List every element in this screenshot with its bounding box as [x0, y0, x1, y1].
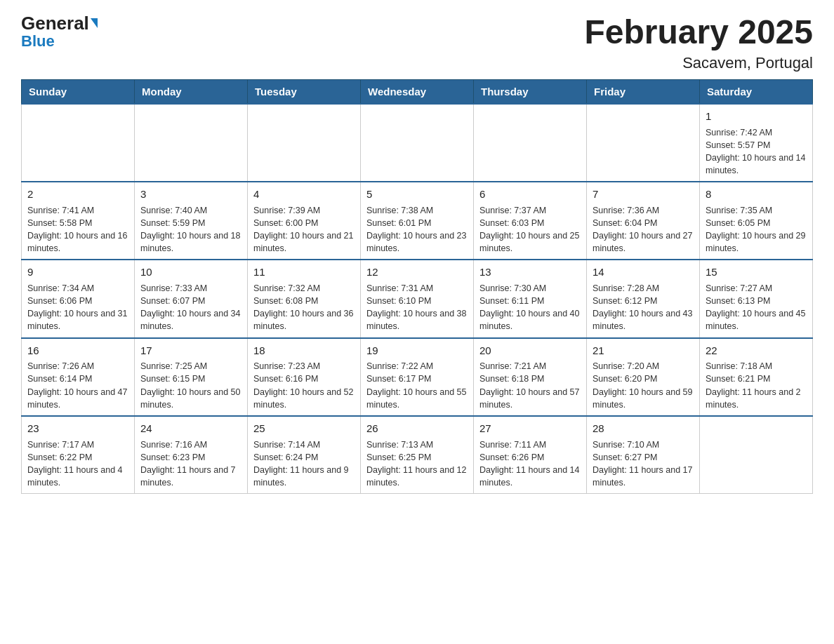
day-info: Sunrise: 7:40 AM Sunset: 5:59 PM Dayligh…: [140, 204, 241, 255]
page-header: General Blue February 2025 Sacavem, Port…: [21, 14, 813, 72]
calendar-cell: 18Sunrise: 7:23 AM Sunset: 6:16 PM Dayli…: [248, 338, 361, 416]
day-number: 10: [140, 264, 241, 280]
calendar-table: SundayMondayTuesdayWednesdayThursdayFrid…: [21, 79, 813, 494]
day-info: Sunrise: 7:30 AM Sunset: 6:11 PM Dayligh…: [479, 282, 581, 333]
calendar-header-row: SundayMondayTuesdayWednesdayThursdayFrid…: [22, 79, 813, 104]
day-number: 8: [706, 187, 807, 202]
logo-triangle-icon: [91, 18, 98, 28]
calendar-cell: [474, 104, 587, 182]
day-info: Sunrise: 7:23 AM Sunset: 6:16 PM Dayligh…: [253, 360, 355, 411]
calendar-week-row: 16Sunrise: 7:26 AM Sunset: 6:14 PM Dayli…: [22, 338, 813, 416]
calendar-cell: 26Sunrise: 7:13 AM Sunset: 6:25 PM Dayli…: [361, 416, 474, 494]
day-number: 4: [253, 187, 355, 202]
location-subtitle: Sacavem, Portugal: [584, 54, 813, 72]
calendar-cell: [22, 104, 135, 182]
calendar-cell: 14Sunrise: 7:28 AM Sunset: 6:12 PM Dayli…: [587, 260, 700, 337]
day-info: Sunrise: 7:31 AM Sunset: 6:10 PM Dayligh…: [366, 282, 468, 333]
day-number: 11: [253, 264, 355, 280]
day-info: Sunrise: 7:41 AM Sunset: 5:58 PM Dayligh…: [27, 204, 128, 255]
day-number: 26: [366, 421, 468, 436]
calendar-cell: 5Sunrise: 7:38 AM Sunset: 6:01 PM Daylig…: [361, 182, 474, 260]
day-number: 12: [366, 264, 468, 280]
day-info: Sunrise: 7:39 AM Sunset: 6:00 PM Dayligh…: [253, 204, 355, 255]
calendar-week-row: 23Sunrise: 7:17 AM Sunset: 6:22 PM Dayli…: [22, 416, 813, 494]
day-number: 28: [593, 421, 694, 436]
day-info: Sunrise: 7:17 AM Sunset: 6:22 PM Dayligh…: [27, 438, 128, 490]
calendar-cell: 17Sunrise: 7:25 AM Sunset: 6:15 PM Dayli…: [135, 338, 248, 416]
calendar-cell: 10Sunrise: 7:33 AM Sunset: 6:07 PM Dayli…: [135, 260, 248, 337]
calendar-cell: 15Sunrise: 7:27 AM Sunset: 6:13 PM Dayli…: [700, 260, 813, 337]
day-info: Sunrise: 7:13 AM Sunset: 6:25 PM Dayligh…: [366, 438, 468, 490]
day-number: 9: [27, 264, 128, 280]
day-number: 6: [479, 187, 581, 202]
day-info: Sunrise: 7:36 AM Sunset: 6:04 PM Dayligh…: [593, 204, 694, 255]
day-number: 2: [27, 187, 128, 202]
title-block: February 2025 Sacavem, Portugal: [584, 14, 813, 72]
weekday-header-thursday: Thursday: [474, 79, 587, 104]
day-info: Sunrise: 7:34 AM Sunset: 6:06 PM Dayligh…: [27, 282, 128, 333]
calendar-cell: [361, 104, 474, 182]
calendar-cell: [587, 104, 700, 182]
calendar-cell: 4Sunrise: 7:39 AM Sunset: 6:00 PM Daylig…: [248, 182, 361, 260]
calendar-cell: 9Sunrise: 7:34 AM Sunset: 6:06 PM Daylig…: [22, 260, 135, 337]
weekday-header-tuesday: Tuesday: [248, 79, 361, 104]
month-title: February 2025: [584, 14, 813, 51]
calendar-week-row: 9Sunrise: 7:34 AM Sunset: 6:06 PM Daylig…: [22, 260, 813, 337]
day-number: 23: [27, 421, 128, 436]
calendar-cell: 8Sunrise: 7:35 AM Sunset: 6:05 PM Daylig…: [700, 182, 813, 260]
calendar-cell: 20Sunrise: 7:21 AM Sunset: 6:18 PM Dayli…: [474, 338, 587, 416]
day-info: Sunrise: 7:42 AM Sunset: 5:57 PM Dayligh…: [706, 126, 807, 177]
day-number: 20: [479, 343, 581, 358]
calendar-week-row: 2Sunrise: 7:41 AM Sunset: 5:58 PM Daylig…: [22, 182, 813, 260]
logo-blue-text: Blue: [21, 34, 55, 49]
day-info: Sunrise: 7:10 AM Sunset: 6:27 PM Dayligh…: [593, 438, 694, 490]
day-info: Sunrise: 7:35 AM Sunset: 6:05 PM Dayligh…: [706, 204, 807, 255]
day-number: 25: [253, 421, 355, 436]
calendar-cell: 24Sunrise: 7:16 AM Sunset: 6:23 PM Dayli…: [135, 416, 248, 494]
calendar-cell: 25Sunrise: 7:14 AM Sunset: 6:24 PM Dayli…: [248, 416, 361, 494]
calendar-cell: 11Sunrise: 7:32 AM Sunset: 6:08 PM Dayli…: [248, 260, 361, 337]
calendar-cell: 6Sunrise: 7:37 AM Sunset: 6:03 PM Daylig…: [474, 182, 587, 260]
day-info: Sunrise: 7:32 AM Sunset: 6:08 PM Dayligh…: [253, 282, 355, 333]
day-number: 19: [366, 343, 468, 358]
day-number: 5: [366, 187, 468, 202]
day-info: Sunrise: 7:16 AM Sunset: 6:23 PM Dayligh…: [140, 438, 241, 490]
logo-general-text: General: [21, 14, 98, 32]
day-number: 15: [706, 264, 807, 280]
calendar-cell: [135, 104, 248, 182]
calendar-cell: [700, 416, 813, 494]
calendar-cell: 3Sunrise: 7:40 AM Sunset: 5:59 PM Daylig…: [135, 182, 248, 260]
calendar-cell: 28Sunrise: 7:10 AM Sunset: 6:27 PM Dayli…: [587, 416, 700, 494]
day-number: 22: [706, 343, 807, 358]
day-info: Sunrise: 7:14 AM Sunset: 6:24 PM Dayligh…: [253, 438, 355, 490]
calendar-cell: 21Sunrise: 7:20 AM Sunset: 6:20 PM Dayli…: [587, 338, 700, 416]
calendar-cell: 19Sunrise: 7:22 AM Sunset: 6:17 PM Dayli…: [361, 338, 474, 416]
calendar-cell: 16Sunrise: 7:26 AM Sunset: 6:14 PM Dayli…: [22, 338, 135, 416]
calendar-cell: 13Sunrise: 7:30 AM Sunset: 6:11 PM Dayli…: [474, 260, 587, 337]
day-info: Sunrise: 7:20 AM Sunset: 6:20 PM Dayligh…: [593, 360, 694, 411]
day-info: Sunrise: 7:26 AM Sunset: 6:14 PM Dayligh…: [27, 360, 128, 411]
day-info: Sunrise: 7:27 AM Sunset: 6:13 PM Dayligh…: [706, 282, 807, 333]
day-number: 13: [479, 264, 581, 280]
day-number: 1: [706, 109, 807, 124]
calendar-week-row: 1Sunrise: 7:42 AM Sunset: 5:57 PM Daylig…: [22, 104, 813, 182]
logo: General Blue: [21, 14, 98, 49]
day-info: Sunrise: 7:37 AM Sunset: 6:03 PM Dayligh…: [479, 204, 581, 255]
calendar-cell: 1Sunrise: 7:42 AM Sunset: 5:57 PM Daylig…: [700, 104, 813, 182]
calendar-cell: [248, 104, 361, 182]
day-number: 27: [479, 421, 581, 436]
weekday-header-monday: Monday: [135, 79, 248, 104]
calendar-cell: 22Sunrise: 7:18 AM Sunset: 6:21 PM Dayli…: [700, 338, 813, 416]
day-number: 16: [27, 343, 128, 358]
day-info: Sunrise: 7:22 AM Sunset: 6:17 PM Dayligh…: [366, 360, 468, 411]
weekday-header-saturday: Saturday: [700, 79, 813, 104]
day-info: Sunrise: 7:25 AM Sunset: 6:15 PM Dayligh…: [140, 360, 241, 411]
day-info: Sunrise: 7:33 AM Sunset: 6:07 PM Dayligh…: [140, 282, 241, 333]
day-number: 17: [140, 343, 241, 358]
day-info: Sunrise: 7:21 AM Sunset: 6:18 PM Dayligh…: [479, 360, 581, 411]
calendar-cell: 27Sunrise: 7:11 AM Sunset: 6:26 PM Dayli…: [474, 416, 587, 494]
day-info: Sunrise: 7:11 AM Sunset: 6:26 PM Dayligh…: [479, 438, 581, 490]
day-number: 3: [140, 187, 241, 202]
day-number: 18: [253, 343, 355, 358]
weekday-header-wednesday: Wednesday: [361, 79, 474, 104]
